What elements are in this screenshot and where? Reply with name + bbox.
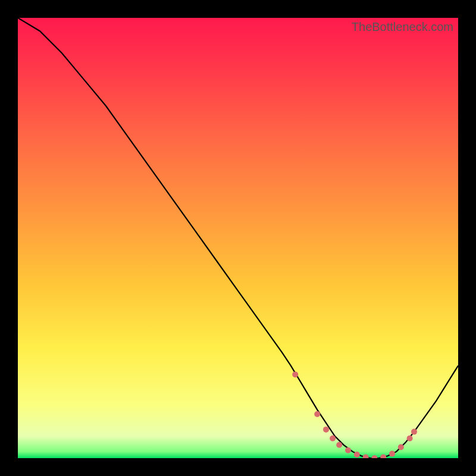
marker-point xyxy=(336,442,342,448)
marker-point xyxy=(354,452,360,458)
plot-area: TheBottleneck.com xyxy=(18,18,458,458)
marker-point xyxy=(323,427,329,433)
marker-point xyxy=(411,429,417,435)
watermark-text: TheBottleneck.com xyxy=(352,20,453,34)
marker-point xyxy=(292,371,298,377)
marker-point xyxy=(314,411,320,417)
marker-point xyxy=(389,451,395,457)
marker-point xyxy=(330,436,336,441)
marker-point xyxy=(345,447,351,453)
chart-svg xyxy=(18,18,458,458)
gradient-background xyxy=(18,18,458,458)
marker-point xyxy=(407,436,413,441)
chart-frame: TheBottleneck.com xyxy=(18,18,458,458)
marker-point xyxy=(398,444,404,450)
